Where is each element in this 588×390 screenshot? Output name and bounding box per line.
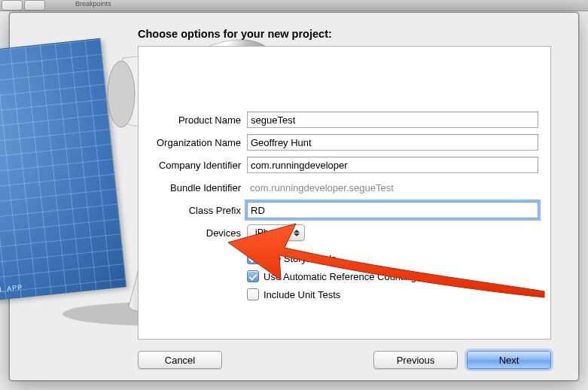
- toolbar-nav-back[interactable]: [2, 0, 23, 11]
- devices-selected-value: iPhone: [255, 227, 283, 238]
- new-project-sheet: Choose options for your new project: PRO…: [9, 12, 579, 381]
- product-name-field[interactable]: [247, 111, 538, 128]
- previous-button[interactable]: Previous: [373, 351, 458, 369]
- svg-point-1: [108, 61, 135, 127]
- project-options-form: Product Name Organization Name Company I…: [151, 111, 538, 306]
- next-button[interactable]: Next: [467, 351, 551, 369]
- devices-select[interactable]: iPhone: [247, 224, 305, 241]
- use-arc-checkbox[interactable]: [247, 270, 259, 282]
- class-prefix-label: Class Prefix: [151, 205, 247, 216]
- use-storyboards-checkbox[interactable]: [247, 252, 259, 264]
- devices-label: Devices: [151, 227, 247, 239]
- form-container: Product Name Organization Name Company I…: [138, 46, 551, 340]
- button-bar: Cancel Previous Next: [10, 349, 578, 371]
- use-storyboards-label: Use Storyboards: [264, 253, 337, 264]
- include-unit-tests-checkbox[interactable]: [247, 288, 259, 300]
- cancel-button[interactable]: Cancel: [138, 351, 222, 369]
- toolbar-tab-label: Breakpoints: [75, 0, 111, 8]
- use-arc-label: Use Automatic Reference Counting: [264, 271, 416, 282]
- bundle-identifier-value: com.runningdeveloper.segueTest: [247, 182, 538, 193]
- toolbar-nav-fwd[interactable]: [24, 0, 45, 11]
- class-prefix-field[interactable]: [247, 202, 538, 218]
- sheet-title: Choose options for your new project:: [138, 28, 332, 40]
- organization-name-label: Organization Name: [151, 137, 247, 148]
- bundle-identifier-label: Bundle Identifier: [151, 182, 247, 193]
- include-unit-tests-label: Include Unit Tests: [264, 289, 340, 300]
- product-name-label: Product Name: [151, 114, 247, 126]
- window: Breakpoints Choose options for your new …: [0, 0, 588, 390]
- chevron-updown-icon: [294, 230, 300, 236]
- toolbar: Breakpoints: [0, 0, 588, 11]
- company-identifier-label: Company Identifier: [151, 160, 247, 171]
- blueprint-art: PROJECT: APPLICATION. APP: [0, 38, 138, 361]
- company-identifier-field[interactable]: [247, 157, 538, 173]
- organization-name-field[interactable]: [247, 134, 538, 151]
